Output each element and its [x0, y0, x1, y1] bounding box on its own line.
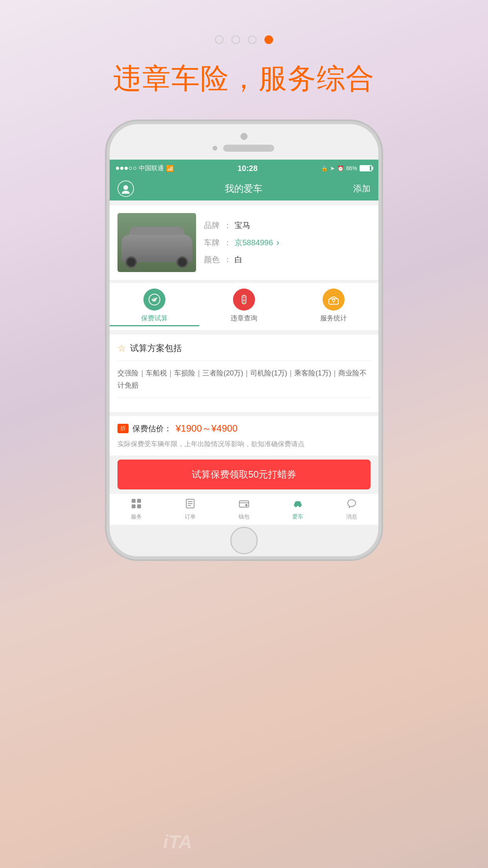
plan-content: 交强险｜车船税｜车损险｜三者险(20万)｜司机险(1万)｜乘客险(1万)｜商业险… [117, 367, 371, 391]
car-wheel-left [125, 256, 137, 268]
status-time: 10:28 [237, 164, 257, 173]
wallet-nav-label: 钱包 [238, 513, 250, 520]
phone-screen: 中国联通 📶 10:28 🔒 ➤ ⏰ 86% 我的爱 [110, 160, 378, 525]
car-brand-row: 品牌 ： 宝马 [204, 220, 371, 231]
car-plate-row[interactable]: 车牌 ： 京5884996 › [204, 237, 371, 248]
battery-fill [360, 166, 370, 171]
plan-title: 试算方案包括 [130, 342, 182, 354]
svg-point-5 [243, 296, 245, 298]
indicator-1[interactable] [215, 35, 224, 44]
status-right: 🔒 ➤ ⏰ 86% [321, 165, 372, 171]
svg-point-6 [243, 299, 245, 302]
car-photo-bg [117, 213, 196, 272]
tab-active-indicator [110, 325, 199, 326]
order-nav-label: 订单 [185, 513, 196, 520]
svg-rect-23 [294, 504, 302, 506]
nav-bar: 我的爱车 添加 [110, 177, 378, 200]
location-icon: ➤ [330, 165, 335, 171]
battery-percent: 86% [346, 165, 357, 171]
svg-text:保: 保 [152, 298, 157, 302]
divider-2 [117, 397, 371, 398]
svg-rect-13 [132, 504, 136, 508]
bottom-nav: 服务 订单 [110, 493, 378, 525]
status-left: 中国联通 📶 [116, 164, 174, 173]
car-details: 品牌 ： 宝马 车牌 ： 京5884996 › 颜色 ： 白 [204, 213, 371, 272]
battery-bar [360, 165, 372, 171]
svg-rect-14 [137, 504, 141, 508]
tab-violation-label: 违章查询 [231, 314, 257, 323]
tab-service-label: 服务统计 [320, 314, 347, 323]
tab-insurance-label: 保费试算 [141, 314, 168, 323]
side-button-vol-down [106, 270, 107, 301]
alarm-icon: ⏰ [337, 165, 344, 171]
service-nav-icon [131, 498, 142, 512]
phone-sensor [213, 146, 217, 151]
function-tab-bar: 保 保费试算 违章查询 [110, 283, 378, 331]
carrier-name: 中国联通 [139, 164, 164, 173]
wallet-nav-icon [238, 498, 250, 512]
color-label: 颜色 [204, 254, 224, 265]
tab-violation-query[interactable]: 违章查询 [199, 283, 289, 330]
nav-title: 我的爱车 [225, 182, 262, 195]
order-nav-icon [185, 498, 196, 512]
side-button-vol-up [106, 230, 107, 262]
svg-point-9 [332, 299, 335, 302]
chevron-right-icon: › [276, 237, 279, 248]
headline: 违章车险，服务综合 [0, 60, 488, 97]
price-value: ¥1900～¥4900 [176, 422, 237, 435]
bottom-nav-service[interactable]: 服务 [110, 498, 163, 520]
price-section: 折 保费估价： ¥1900～¥4900 实际保费受车辆年限，上年出险情况等影响，… [110, 416, 378, 456]
phone-bottom [110, 525, 378, 556]
indicator-3[interactable] [248, 35, 257, 44]
plan-section: ☆ 试算方案包括 交强险｜车船税｜车损险｜三者险(20万)｜司机险(1万)｜乘客… [110, 335, 378, 412]
side-button-mute [106, 203, 107, 223]
car-image [117, 213, 196, 272]
svg-rect-11 [132, 499, 136, 503]
side-button-power [381, 234, 382, 281]
signal-dot-5 [133, 167, 136, 170]
price-note: 实际保费受车辆年限，上年出险情况等影响，欲知准确保费请点 [117, 439, 371, 449]
tab-service-stats[interactable]: 服务统计 [289, 283, 378, 330]
car-info-card: 品牌 ： 宝马 车牌 ： 京5884996 › 颜色 ： 白 [110, 205, 378, 280]
svg-point-20 [246, 504, 247, 506]
user-avatar[interactable] [117, 180, 134, 197]
signal-dot-1 [116, 167, 119, 170]
star-icon: ☆ [117, 343, 126, 354]
indicator-4[interactable] [264, 35, 273, 44]
discount-badge: 折 [117, 424, 128, 433]
tab-insurance-calc[interactable]: 保 保费试算 [110, 283, 199, 330]
signal-dot-2 [120, 167, 123, 170]
plan-title-row: ☆ 试算方案包括 [117, 342, 371, 354]
svg-point-0 [123, 185, 128, 190]
price-row: 折 保费估价： ¥1900～¥4900 [117, 422, 371, 435]
service-stats-icon [323, 289, 345, 311]
svg-point-1 [122, 191, 130, 194]
add-car-button[interactable]: 添加 [353, 183, 371, 195]
signal-dot-4 [129, 167, 132, 170]
bottom-nav-message[interactable]: 消息 [325, 498, 378, 520]
svg-rect-19 [239, 501, 249, 507]
car-wheel-right [176, 256, 188, 268]
price-label: 保费估价： [132, 423, 172, 434]
bottom-nav-order[interactable]: 订单 [163, 498, 217, 520]
divider-1 [117, 360, 371, 361]
home-button[interactable] [230, 527, 258, 554]
phone-frame: 中国联通 📶 10:28 🔒 ➤ ⏰ 86% 我的爱 [106, 121, 382, 559]
cta-button[interactable]: 试算保费领取50元打蜡券 [117, 460, 371, 489]
car-color-row: 颜色 ： 白 [204, 254, 371, 265]
violation-query-icon [233, 289, 255, 311]
car-nav-label: 爱车 [292, 513, 303, 520]
signal-dots [116, 167, 136, 170]
page-indicators [0, 0, 488, 44]
bottom-nav-wallet[interactable]: 钱包 [217, 498, 271, 520]
lock-icon: 🔒 [321, 165, 328, 171]
phone-top [110, 124, 378, 160]
insurance-calc-icon: 保 [143, 289, 165, 311]
phone-camera [240, 133, 248, 140]
brand-label: 品牌 [204, 220, 224, 231]
plate-label: 车牌 [204, 237, 224, 248]
indicator-2[interactable] [231, 35, 240, 44]
signal-dot-3 [125, 167, 128, 170]
bottom-nav-car[interactable]: 爱车 [271, 498, 325, 520]
message-nav-label: 消息 [346, 513, 357, 520]
